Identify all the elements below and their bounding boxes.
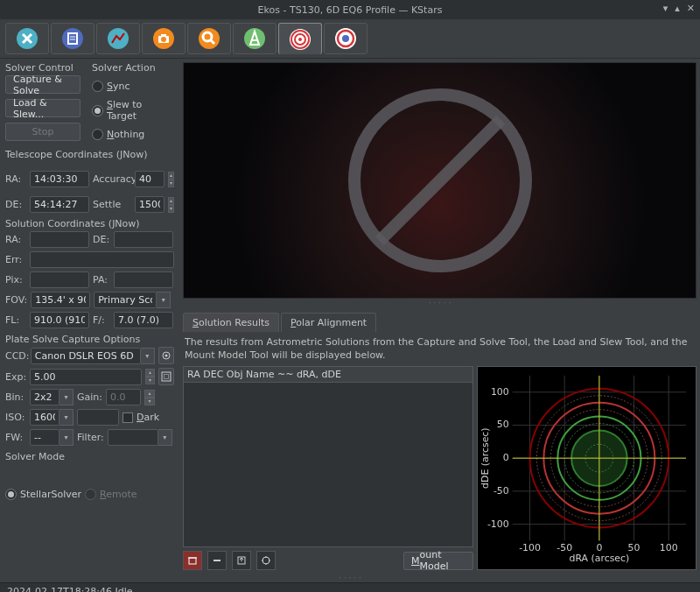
de-input[interactable] <box>30 196 89 213</box>
solutions-list-header: RA DEC Obj Name ~~ dRA, dDE <box>184 367 472 383</box>
solutions-list[interactable]: RA DEC Obj Name ~~ dRA, dDE <box>183 366 473 547</box>
window-controls: ▾ ▴ ✕ <box>663 3 695 14</box>
iso-value2[interactable] <box>77 409 119 426</box>
telescope-coords-title: Telescope Coordinates (JNow) <box>5 147 174 162</box>
align-left-panel: Solver Control Capture & Solve Load & Sl… <box>0 59 179 574</box>
accuracy-input[interactable] <box>135 171 164 187</box>
autoscale-button[interactable] <box>256 551 276 570</box>
sol-ra-label: RA: <box>5 234 26 245</box>
bin-select[interactable] <box>30 389 60 405</box>
svg-text:50: 50 <box>497 419 509 430</box>
gain-spinner[interactable]: ▴▾ <box>144 390 155 405</box>
chevron-down-icon[interactable]: ▾ <box>60 409 74 426</box>
svg-point-8 <box>161 37 166 42</box>
remote-label: Remote <box>100 489 136 500</box>
tab-focus[interactable] <box>187 23 231 54</box>
de-label: DE: <box>5 199 26 210</box>
tab-polar-alignment[interactable]: Polar Alignment <box>281 313 376 332</box>
ccd-select[interactable] <box>31 348 141 364</box>
svg-text:-100: -100 <box>519 542 541 553</box>
sol-fnum-input <box>114 312 173 328</box>
chevron-down-icon[interactable]: ▾ <box>157 292 171 308</box>
tab-capture[interactable] <box>142 23 186 54</box>
gain-label: Gain: <box>77 391 102 403</box>
sol-pa-label: PA: <box>93 274 110 285</box>
settle-spinner[interactable]: ▴▾ <box>168 197 174 213</box>
bin-label: Bin: <box>5 391 26 403</box>
solution-coords-title: Solution Coordinates (JNow) <box>5 216 174 231</box>
iso-label: ISO: <box>5 412 26 423</box>
gain-input[interactable] <box>106 389 141 405</box>
window-title: Ekos - TS130, 6D EQ6 Profile — KStars <box>258 4 443 16</box>
sol-err-input <box>30 251 174 268</box>
settle-input[interactable] <box>135 196 164 213</box>
svg-text:0: 0 <box>503 452 509 463</box>
results-tabs: Solution Results Polar Alignment <box>183 313 696 332</box>
minimize-icon[interactable]: ▾ <box>663 3 668 14</box>
dark-checkbox[interactable] <box>122 412 133 423</box>
accuracy-spinner[interactable]: ▴▾ <box>168 172 174 187</box>
chevron-down-icon[interactable]: ▾ <box>60 429 74 446</box>
bottom-splitter[interactable]: · · · · · <box>0 574 700 582</box>
chevron-down-icon[interactable]: ▾ <box>141 348 155 364</box>
capture-solve-button[interactable]: Capture & Solve <box>5 75 80 94</box>
svg-rect-24 <box>162 372 171 381</box>
svg-point-30 <box>262 557 270 564</box>
no-image-icon <box>348 88 532 272</box>
fw-select[interactable] <box>30 429 60 446</box>
slew-to-target-label: Slew to Target <box>107 99 174 122</box>
ra-label: RA: <box>5 173 26 185</box>
sol-fov-input <box>31 292 90 308</box>
maximize-icon[interactable]: ▴ <box>675 3 680 14</box>
exp-spinner[interactable]: ▴▾ <box>145 369 155 384</box>
svg-point-10 <box>199 28 220 49</box>
slew-to-target-radio[interactable] <box>92 105 103 116</box>
tab-setup[interactable] <box>5 23 49 54</box>
tab-solution-results[interactable]: Solution Results <box>183 313 279 332</box>
tab-scheduler[interactable] <box>51 23 94 54</box>
remove-button[interactable] <box>207 551 227 570</box>
sol-fov-label: FOV: <box>5 294 27 306</box>
sol-ra-input <box>30 231 89 248</box>
ra-input[interactable] <box>30 171 89 187</box>
subframe-icon[interactable] <box>158 368 174 385</box>
error-plot[interactable]: -100-50050100 100500-50-100 dRA (arcsec)… <box>477 366 696 570</box>
sol-fl-input <box>30 312 89 328</box>
chevron-down-icon[interactable]: ▾ <box>60 389 74 405</box>
sync-radio[interactable] <box>92 81 103 92</box>
scope-select[interactable] <box>94 292 157 308</box>
load-slew-button[interactable]: Load & Slew... <box>5 99 80 117</box>
mount-model-button[interactable]: Mount Model <box>403 552 473 570</box>
results-description: The results from Astrometric Solutions f… <box>183 332 696 366</box>
image-preview[interactable] <box>183 62 696 299</box>
filter-select[interactable] <box>108 429 158 446</box>
stellarsolver-label: StellarSolver <box>20 489 81 500</box>
close-icon[interactable]: ✕ <box>687 3 695 14</box>
iso-select[interactable] <box>30 409 60 426</box>
nothing-label: Nothing <box>107 129 144 140</box>
stellarsolver-radio[interactable] <box>5 489 17 500</box>
status-bar: 2024-02-17T18:28:46 Idle. <box>0 582 700 592</box>
tab-analyze[interactable] <box>96 23 140 54</box>
sol-de-input <box>114 231 173 248</box>
tab-guide[interactable] <box>324 23 368 54</box>
splitter-handle[interactable]: · · · · · <box>183 299 696 307</box>
settings-icon[interactable] <box>158 347 174 364</box>
tab-mount[interactable] <box>233 23 276 54</box>
remote-radio[interactable] <box>85 489 96 500</box>
svg-text:100: 100 <box>491 386 509 398</box>
export-button[interactable] <box>232 551 251 570</box>
svg-point-18 <box>298 38 302 41</box>
sol-fl-label: FL: <box>5 314 26 326</box>
svg-rect-25 <box>164 375 168 379</box>
align-right-panel: · · · · · Solution Results Polar Alignme… <box>179 59 700 574</box>
svg-rect-9 <box>161 34 166 37</box>
tab-align[interactable] <box>278 23 322 54</box>
stop-button[interactable]: Stop <box>5 123 80 141</box>
exp-input[interactable] <box>30 369 142 385</box>
chevron-down-icon[interactable]: ▾ <box>158 429 172 446</box>
plot-xlabel: dRA (arcsec) <box>569 553 629 564</box>
clear-button[interactable] <box>183 551 202 570</box>
status-text: 2024-02-17T18:28:46 Idle. <box>7 586 136 592</box>
nothing-radio[interactable] <box>92 129 103 140</box>
